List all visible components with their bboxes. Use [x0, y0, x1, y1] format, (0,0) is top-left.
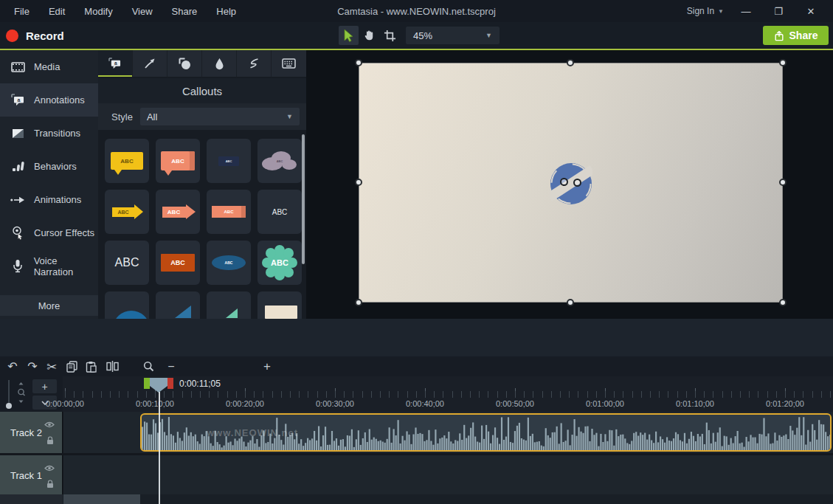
zoom-out-button[interactable]: −: [164, 356, 179, 376]
share-label: Share: [789, 30, 818, 41]
timeline: + 0:00:00;00 0:00:10;00 0:00:20;00 0:00:…: [0, 376, 833, 504]
behaviors-icon: [10, 161, 25, 173]
pan-tool-button[interactable]: [359, 26, 379, 45]
maximize-button[interactable]: ❐: [762, 0, 795, 22]
timeline-hscrollbar-thumb[interactable]: [63, 494, 140, 504]
sidebar-item-behaviors[interactable]: Behaviors: [0, 150, 98, 183]
lock-icon[interactable]: [46, 436, 55, 445]
menu-help[interactable]: Help: [208, 3, 244, 20]
timeline-hscrollbar[interactable]: [0, 494, 833, 504]
tab-shapes[interactable]: [167, 50, 202, 77]
style-dropdown[interactable]: All ▼: [140, 108, 300, 125]
callout-rect-orange[interactable]: ABC: [156, 241, 200, 285]
timeline-toolbar: ↶ ↷ ✂ − +: [0, 356, 833, 376]
callout-banner-salmon[interactable]: ABC: [207, 190, 251, 234]
sidebar-more-button[interactable]: More: [0, 295, 98, 316]
callout-arrow-yellow[interactable]: ABC: [105, 190, 149, 234]
track-2-header[interactable]: Track 2: [0, 412, 63, 453]
split-button[interactable]: [103, 356, 122, 376]
video-preview[interactable]: [359, 63, 783, 303]
eye-icon[interactable]: [44, 421, 55, 428]
tab-callouts[interactable]: a: [98, 50, 133, 77]
track-1-content[interactable]: [63, 455, 833, 494]
playhead-out-handle[interactable]: [167, 378, 173, 389]
resize-handle-se[interactable]: [779, 299, 787, 306]
add-track-button[interactable]: +: [32, 379, 57, 393]
callout-arrow-salmon[interactable]: ABC: [156, 190, 200, 234]
crop-tool-button[interactable]: [380, 26, 400, 45]
sidebar-item-cursor-effects[interactable]: Cursor Effects: [0, 216, 98, 249]
resize-handle-nw[interactable]: [355, 59, 362, 66]
tab-keystrokes[interactable]: [272, 50, 306, 77]
sidebar-item-label: Annotations: [34, 94, 85, 106]
callout-text-large[interactable]: ABC: [105, 241, 149, 285]
paste-button[interactable]: [83, 356, 99, 376]
redo-button[interactable]: ↷: [24, 356, 41, 376]
resize-handle-w[interactable]: [355, 179, 362, 186]
record-button[interactable]: Record: [6, 25, 64, 46]
cut-button[interactable]: ✂: [43, 356, 61, 376]
callout-label: ABC: [271, 258, 288, 267]
audio-clip[interactable]: www.NEOWIN.net: [140, 413, 832, 452]
callout-rect-navy[interactable]: ABC: [207, 139, 251, 183]
callout-text-small[interactable]: ABC: [257, 190, 302, 234]
grid-scrollbar[interactable]: [302, 134, 305, 264]
callout-cloud[interactable]: ABC: [257, 139, 302, 183]
callout-speech-yellow[interactable]: ABC: [105, 139, 149, 183]
minimize-button[interactable]: —: [730, 0, 762, 22]
close-button[interactable]: ✕: [795, 0, 827, 22]
eye-icon[interactable]: [44, 465, 55, 472]
resize-handle-n[interactable]: [567, 59, 574, 66]
sidebar-item-voice-narration[interactable]: Voice Narration: [0, 249, 98, 283]
timeline-ruler[interactable]: 0:00:00;00 0:00:10;00 0:00:20;00 0:00:30…: [63, 376, 833, 412]
panel-title: Callouts: [98, 78, 306, 103]
resize-handle-e[interactable]: [779, 179, 787, 186]
canvas-area[interactable]: [306, 50, 833, 319]
copy-button[interactable]: [63, 356, 80, 376]
sidebar-item-animations[interactable]: Animations: [0, 183, 98, 216]
callout-speech-salmon[interactable]: ABC: [156, 139, 200, 183]
track-1-header[interactable]: Track 1: [0, 455, 63, 494]
center-anchor-left[interactable]: [560, 178, 568, 186]
sign-in-menu[interactable]: Sign In ▼: [681, 3, 730, 19]
resize-handle-ne[interactable]: [779, 59, 787, 66]
track-2-content[interactable]: www.NEOWIN.net: [63, 412, 833, 453]
record-icon: [6, 30, 18, 42]
menu-modify[interactable]: Modify: [76, 3, 120, 20]
center-anchor-right[interactable]: [573, 179, 581, 187]
zoom-in-button[interactable]: +: [260, 356, 274, 376]
annotations-panel: a: [98, 50, 306, 319]
callout-bar-beige[interactable]: [257, 291, 302, 319]
undo-button[interactable]: ↶: [4, 356, 21, 376]
callout-burst-teal[interactable]: ABC: [257, 241, 302, 285]
callout-triangle-blue[interactable]: [156, 291, 200, 319]
menu-edit[interactable]: Edit: [41, 3, 73, 20]
track-height-thumb[interactable]: [6, 403, 12, 409]
tab-blur[interactable]: [202, 50, 237, 77]
callout-triangle-teal[interactable]: [207, 291, 251, 319]
sign-in-label: Sign In: [687, 6, 714, 16]
callout-bubble-icon: a: [108, 58, 122, 69]
zoom-fit-icon[interactable]: [16, 382, 26, 406]
share-button[interactable]: Share: [763, 26, 829, 45]
playhead-line[interactable]: [159, 392, 160, 504]
playhead-in-handle[interactable]: [144, 378, 150, 389]
select-tool-button[interactable]: [339, 26, 359, 45]
tab-arrows[interactable]: [133, 50, 167, 77]
resize-handle-sw[interactable]: [355, 299, 362, 306]
menu-file[interactable]: File: [6, 3, 38, 20]
callout-ellipse-blue[interactable]: ABC: [207, 241, 251, 285]
timeline-hscrollbar-corner: [0, 494, 63, 504]
sidebar-item-media[interactable]: Media: [0, 50, 98, 83]
sidebar-item-label: Cursor Effects: [34, 227, 94, 238]
copy-icon: [66, 361, 77, 373]
sidebar-item-annotations[interactable]: a Annotations: [0, 83, 98, 117]
menu-view[interactable]: View: [124, 3, 161, 20]
resize-handle-s[interactable]: [567, 299, 574, 306]
menu-share[interactable]: Share: [164, 3, 206, 20]
canvas-zoom-dropdown[interactable]: 45% ▼: [406, 27, 500, 44]
sidebar-item-transitions[interactable]: Transitions: [0, 117, 98, 150]
lock-icon[interactable]: [46, 480, 55, 489]
tab-sketch-motion[interactable]: [237, 50, 272, 77]
callout-arc-blue[interactable]: [105, 291, 149, 319]
